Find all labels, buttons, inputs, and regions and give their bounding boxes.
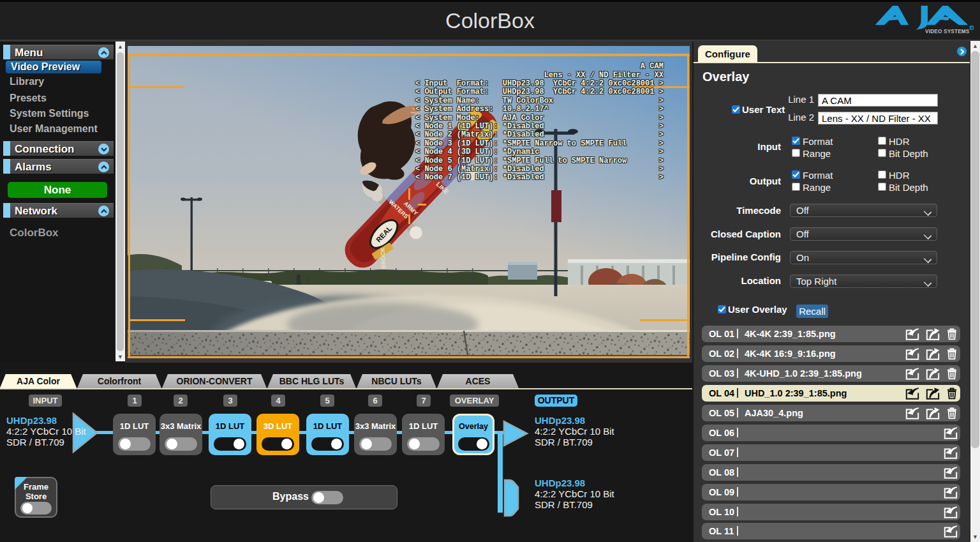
svg-text:BROCK: BROCK xyxy=(380,247,387,269)
svg-text:VIDEO SYSTEMS: VIDEO SYSTEMS xyxy=(925,29,970,34)
